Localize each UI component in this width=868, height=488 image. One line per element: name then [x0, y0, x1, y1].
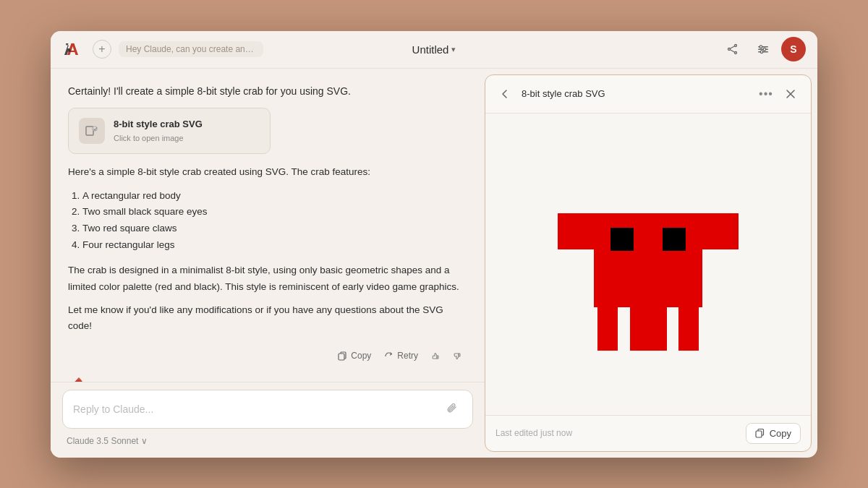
list-item: Four rectangular legs [82, 237, 467, 254]
svg-rect-11 [86, 127, 93, 135]
thumbs-up-button[interactable] [425, 346, 446, 366]
attach-button[interactable] [442, 399, 462, 419]
back-arrow-icon [500, 89, 510, 99]
crab-svg-container [500, 128, 796, 401]
retry-button[interactable]: Retry [378, 347, 424, 364]
title-bar-left: + Hey Claude, can you create an 8-bit st… [62, 40, 263, 59]
model-chevron-icon: ∨ [141, 436, 148, 446]
svg-rect-19 [610, 228, 634, 251]
model-label: Claude 3.5 Sonnet [67, 436, 138, 446]
artifact-card[interactable]: 8-bit style crab SVG Click to open image [68, 108, 271, 154]
copy-icon [338, 351, 347, 361]
back-button[interactable] [495, 85, 514, 103]
artifact-card-title: 8-bit style crab SVG [114, 117, 203, 132]
svg-point-2 [735, 52, 737, 54]
message-para-2: Let me know if you'd like any modificati… [68, 302, 467, 335]
artifact-panel-header: 8-bit style crab SVG ••• [485, 75, 811, 114]
input-box: Reply to Claude... [62, 390, 473, 429]
svg-point-8 [760, 46, 762, 48]
copy-message-button[interactable]: Copy [332, 347, 377, 364]
svg-rect-24 [678, 307, 699, 351]
svg-rect-21 [597, 307, 618, 351]
svg-point-1 [728, 48, 731, 51]
close-icon [786, 89, 796, 99]
artifact-info: 8-bit style crab SVG Click to open image [114, 117, 203, 145]
thumbs-up-icon [431, 351, 441, 361]
message-para-1: The crab is designed in a minimalist 8-b… [68, 262, 467, 295]
title-bar-center: Untitled ▾ [412, 43, 456, 56]
app-window: + Hey Claude, can you create an 8-bit st… [51, 31, 817, 458]
svg-rect-18 [702, 213, 739, 249]
chat-input-area: Reply to Claude... Claude 3.5 Sonnet ∨ [51, 382, 485, 458]
svg-rect-17 [558, 213, 594, 249]
thumbs-down-icon [453, 351, 462, 361]
model-selector[interactable]: Claude 3.5 Sonnet ∨ [62, 435, 473, 448]
chat-panel: Certainly! I'll create a simple 8-bit st… [51, 69, 485, 458]
artifact-panel: 8-bit style crab SVG ••• [485, 74, 812, 452]
more-options-icon: ••• [759, 87, 773, 100]
message-intro: Certainly! I'll create a simple 8-bit st… [68, 83, 467, 99]
bot-message: Certainly! I'll create a simple 8-bit st… [68, 83, 467, 372]
settings-icon [757, 43, 769, 55]
svg-line-4 [730, 50, 734, 53]
title-chevron-icon: ▾ [451, 45, 456, 54]
svg-rect-25 [756, 431, 762, 437]
list-item: Two small black square eyes [82, 204, 467, 221]
artifact-display [485, 114, 811, 415]
search-bar: Hey Claude, can you create an 8-bit styl… [119, 41, 263, 57]
svg-point-10 [760, 51, 763, 53]
svg-rect-16 [594, 213, 702, 307]
user-avatar[interactable]: S [781, 37, 806, 61]
svg-point-9 [763, 48, 766, 51]
crab-svg [525, 141, 771, 387]
copy-footer-icon [755, 428, 765, 438]
svg-point-0 [735, 45, 737, 47]
title-bar: + Hey Claude, can you create an 8-bit st… [51, 31, 817, 69]
artifact-header-left: 8-bit style crab SVG [495, 85, 605, 103]
artifact-icon [79, 118, 105, 144]
plus-icon: + [98, 43, 105, 56]
message-actions: Copy Retry [68, 343, 467, 372]
artifact-header-right: ••• [756, 84, 801, 104]
artifact-copy-label: Copy [770, 428, 791, 439]
input-placeholder: Reply to Claude... [73, 403, 153, 415]
svg-rect-23 [647, 307, 667, 351]
main-content: Certainly! I'll create a simple 8-bit st… [51, 69, 817, 458]
anthropic-logo [62, 40, 85, 58]
svg-rect-14 [437, 356, 438, 359]
feature-list: A rectangular red body Two small black s… [82, 188, 467, 254]
list-item: Two red square claws [82, 221, 467, 237]
svg-rect-13 [339, 354, 344, 360]
chat-messages: Certainly! I'll create a simple 8-bit st… [51, 69, 485, 382]
share-button[interactable] [720, 37, 745, 61]
claude-logo [68, 373, 90, 381]
settings-button[interactable] [751, 37, 775, 61]
more-options-button[interactable]: ••• [756, 84, 776, 104]
list-item: A rectangular red body [82, 188, 467, 205]
svg-rect-15 [459, 354, 460, 356]
retry-icon [384, 351, 393, 361]
artifact-copy-button[interactable]: Copy [746, 423, 801, 444]
paperclip-icon [446, 403, 458, 415]
last-edited-text: Last edited just now [495, 428, 572, 438]
artifact-panel-title: 8-bit style crab SVG [522, 88, 605, 99]
thumbs-down-button[interactable] [447, 346, 467, 366]
new-chat-button[interactable]: + [93, 40, 111, 59]
artifact-card-subtitle: Click to open image [114, 132, 203, 145]
artifact-panel-footer: Last edited just now Copy [485, 415, 811, 451]
svg-line-3 [730, 46, 734, 49]
share-icon [727, 43, 739, 55]
title-bar-right: S [720, 37, 806, 61]
close-artifact-button[interactable] [780, 84, 801, 104]
window-title: Untitled [412, 43, 449, 56]
svg-rect-20 [663, 228, 686, 251]
features-intro: Here's a simple 8-bit style crab created… [68, 164, 467, 180]
search-text: Hey Claude, can you create an 8-bit styl… [126, 44, 263, 54]
message-body: Here's a simple 8-bit style crab created… [68, 164, 467, 334]
